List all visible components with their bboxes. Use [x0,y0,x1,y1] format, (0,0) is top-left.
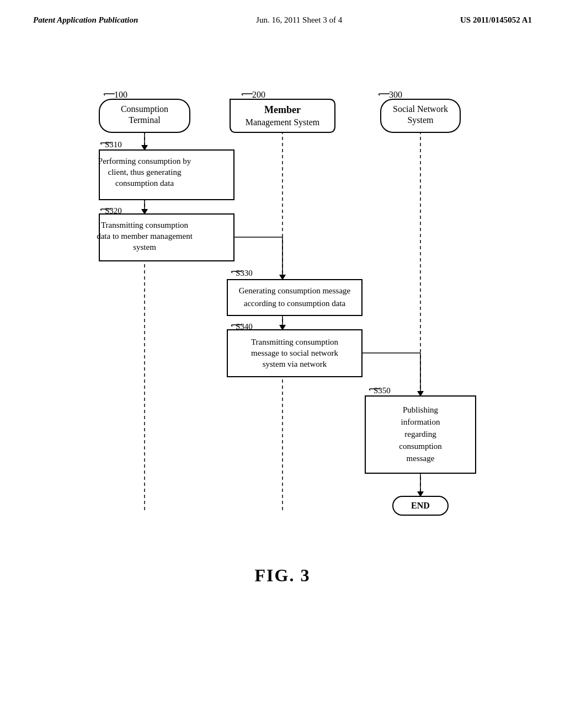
s330-text2: according to consumption data [244,299,346,308]
s320-text3: system [133,243,156,251]
node300-line2: System [407,115,434,125]
node200-line2: Management System [246,117,320,127]
node100-line1: Consumption [121,104,168,114]
ref100-text: 100 [114,90,127,99]
svg-rect-14 [227,280,362,315]
s350-text1: Publishing [403,405,439,414]
s320-text1: Transmitting consumption [101,221,189,229]
node300-line1: Social Network [393,104,448,114]
ref300-text: 300 [389,90,402,99]
s310-text3: consumption data [115,179,174,188]
header: Patent Application Publication Jun. 16, … [0,0,565,25]
s340-text1: Transmitting consumption [251,338,339,346]
flowchart-svg: 100 Consumption Terminal 200 Member Mana… [67,58,498,554]
s340-text3: system via network [263,360,327,368]
s310-label: S310 [105,140,122,149]
node100-line2: Terminal [129,115,161,125]
s350-label: S350 [374,386,391,395]
fig-caption-text: FIG. 3 [255,565,311,585]
end-text: END [411,501,430,510]
s350-text5: message [407,454,435,463]
header-right: US 2011/0145052 A1 [460,15,532,25]
s350-text4: consumption [399,442,442,451]
s330-text1: Generating consumption message [239,286,351,295]
s310-text1: Performing consumption by [98,157,191,165]
page: Patent Application Publication Jun. 16, … [0,0,565,728]
patent-number-label: US 2011/0145052 A1 [460,15,532,24]
s350-text3: regarding [404,430,436,438]
s330-label: S330 [236,269,253,277]
s320-text2: data to member management [97,232,193,240]
publication-label: Patent Application Publication [33,15,138,24]
diagram-area: 100 Consumption Terminal 200 Member Mana… [0,58,565,554]
s310-text2: client, thus generating [108,168,182,176]
node200-line1: Member [264,104,301,115]
header-center: Jun. 16, 2011 Sheet 3 of 4 [256,15,342,25]
figure-caption: FIG. 3 [0,565,565,586]
s340-text2: message to social network [251,349,338,357]
s350-text2: information [401,417,440,426]
date-sheet-label: Jun. 16, 2011 Sheet 3 of 4 [256,15,342,24]
header-left: Patent Application Publication [33,15,138,25]
ref200-text: 200 [252,90,265,99]
